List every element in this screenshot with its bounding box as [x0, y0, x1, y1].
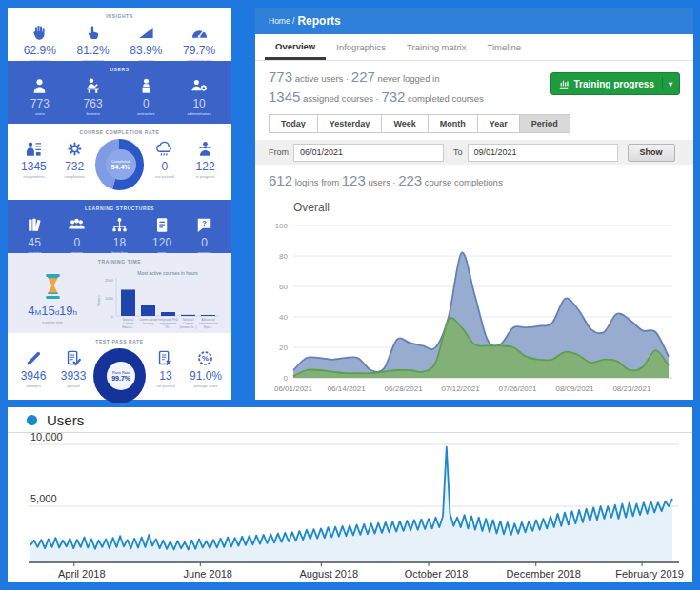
section-title: LEARNING STRUCTURES — [8, 200, 231, 211]
stat-text: assigned courses · — [300, 93, 381, 104]
section-learning: LEARNING STRUCTURES45courses0groups18bra… — [8, 200, 231, 253]
training-progress-button[interactable]: Training progress ▾ — [550, 72, 680, 95]
training-time-label: training time — [42, 320, 63, 324]
filter-today[interactable]: Today — [269, 114, 318, 133]
stat-text: logins from — [292, 177, 342, 187]
tab-training-matrix[interactable]: Training matrix — [396, 34, 476, 60]
svg-text:Educat...: Educat... — [122, 325, 134, 329]
reports-panel: Home / Reports OverviewInfographicsTrain… — [255, 8, 693, 400]
group-icon — [68, 215, 86, 234]
svg-text:(lessons fr...): (lessons fr...) — [180, 325, 197, 329]
stat-participation: 62.9%participation — [19, 23, 62, 63]
stat-value: 732 — [65, 160, 84, 173]
filter-yesterday[interactable]: Yesterday — [317, 114, 383, 133]
from-date-input[interactable] — [293, 144, 444, 162]
svg-text:06/28/2021: 06/28/2021 — [385, 384, 424, 393]
stat-groups: 0groups — [56, 215, 99, 255]
stat-in-progress: 122in progress — [185, 139, 226, 179]
stat-number: 612 — [269, 172, 292, 188]
chart-title: Overall — [293, 201, 680, 214]
stat-text: completed courses — [405, 93, 483, 104]
stat-courses: 45courses — [13, 215, 56, 255]
section-insights: INSIGHTS62.9%participation81.2%engagemen… — [8, 8, 231, 61]
person-icon — [30, 76, 49, 95]
tab-overview[interactable]: Overview — [265, 34, 326, 60]
filter-month[interactable]: Month — [428, 114, 478, 133]
to-label: To — [453, 148, 463, 157]
show-button[interactable]: Show — [628, 144, 675, 162]
page-title: Reports — [297, 14, 340, 28]
stat-value: 1345 — [21, 160, 47, 173]
stat-branches: 18branches — [98, 215, 141, 255]
stat-value: 10 — [192, 97, 205, 110]
stat-label: attempts — [26, 384, 40, 388]
svg-text:5,000: 5,000 — [30, 493, 57, 504]
filter-period[interactable]: Period — [519, 114, 570, 133]
svg-text:07/26/2021: 07/26/2021 — [499, 384, 538, 393]
svg-text:August 2018: August 2018 — [299, 568, 358, 580]
pencil-icon — [25, 348, 43, 367]
stat-value: 13 — [159, 369, 171, 383]
insights-infographic-panel: INSIGHTS62.9%participation81.2%engagemen… — [8, 8, 231, 400]
stat-label: not passed — [155, 174, 174, 179]
instructor-icon — [137, 76, 155, 95]
stat-engagement: 81.2%engagement — [71, 23, 114, 63]
section-completion: COURSE COMPLETION RATE1345assignments732… — [8, 124, 231, 200]
svg-text:08/09/2021: 08/09/2021 — [555, 384, 594, 393]
summary-stats: 773 active users · 227 never logged in 1… — [255, 61, 693, 111]
stat-passed: 3933passed — [53, 348, 93, 388]
stat-number: 1345 — [269, 88, 300, 105]
svg-text:April 2018: April 2018 — [58, 568, 106, 580]
users-line-chart: 10,0005,000April 2018June 2018August 201… — [15, 433, 685, 581]
svg-text:80: 80 — [279, 252, 288, 261]
svg-text:20: 20 — [279, 344, 288, 352]
to-date-input[interactable] — [468, 144, 618, 162]
stat-value: 62.9% — [24, 44, 56, 57]
svg-text:06/01/2021: 06/01/2021 — [274, 384, 313, 393]
donut-chart-passrate: Pass Rate99.7% — [93, 348, 146, 403]
stat-value: 3946 — [21, 369, 47, 383]
svg-text:Spec...: Spec... — [204, 325, 213, 329]
doc-x-icon — [156, 348, 174, 367]
stat-text: active users · — [292, 73, 351, 84]
stat-progress: 83.9%progress — [125, 23, 168, 63]
stat-value: 0 — [143, 97, 150, 110]
section-passrate: TEST PASS RATE3946attempts3933passedPass… — [8, 333, 231, 400]
books-icon — [26, 215, 44, 234]
section-title: TEST PASS RATE — [8, 333, 231, 344]
svg-text:07/12/2021: 07/12/2021 — [442, 384, 481, 393]
svg-text:June 2018: June 2018 — [184, 568, 232, 580]
users-chart-title: Users — [47, 412, 84, 428]
filter-year[interactable]: Year — [477, 114, 520, 133]
chevron-down-icon[interactable]: ▾ — [669, 80, 672, 88]
stat-not-passed: 13not passed — [146, 348, 186, 388]
stat-completions: 732completions — [54, 139, 95, 179]
button-divider — [662, 77, 663, 90]
stat-label: passed — [68, 384, 80, 388]
stat-label: assignments — [23, 174, 44, 179]
logins-stats-line: 612 logins from 123 users · 223 course c… — [255, 165, 693, 191]
tab-timeline[interactable]: Timeline — [477, 34, 532, 60]
stat-number: 773 — [269, 69, 292, 85]
breadcrumb-home-link[interactable]: Home / — [269, 16, 294, 26]
survey-icon: ? — [195, 215, 213, 234]
chart-icon — [558, 78, 574, 89]
filter-week[interactable]: Week — [381, 114, 428, 133]
dashboard-root: INSIGHTS62.9%participation81.2%engagemen… — [0, 0, 700, 590]
stat-value: 122 — [196, 160, 215, 173]
from-label: From — [269, 148, 289, 157]
section-training: TRAINING TIME4M15d19htraining timeMost a… — [8, 253, 231, 333]
stat-assignments: 1345assignments — [13, 139, 54, 179]
pointer-icon — [84, 23, 102, 42]
svg-text:Th...: Th... — [166, 325, 171, 329]
training-time-value: 4M15d19h — [28, 304, 77, 318]
stat-label: average score — [193, 384, 217, 388]
svg-text:2000: 2000 — [105, 278, 114, 283]
section-title: USERS — [8, 61, 231, 72]
stat-completion-rate: 79.7%completion rate — [178, 23, 221, 63]
stat-label: administrators — [188, 111, 211, 116]
tab-infographics[interactable]: Infographics — [326, 34, 396, 60]
stat-value: 0 — [74, 236, 81, 249]
stat-number: 223 — [398, 172, 422, 188]
stat-value: 0 — [201, 236, 208, 249]
